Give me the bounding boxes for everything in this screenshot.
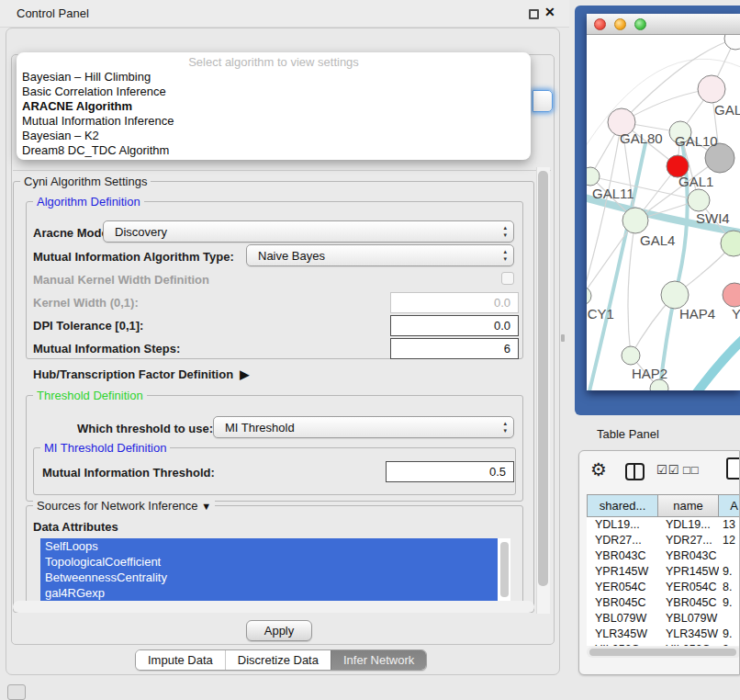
- network-window: GALGAL80GAL10GAL1GAL11GAL4SWI4GCY1HAP4YH…: [587, 14, 740, 390]
- table-row[interactable]: YLR345WYLR345W9.: [587, 627, 740, 642]
- table-row[interactable]: YBR043CYBR043C: [587, 548, 740, 564]
- mi-threshold-field[interactable]: 0.5: [386, 461, 514, 482]
- table-cell: YIL052C: [658, 642, 719, 646]
- table-cell: YBL079W: [658, 611, 719, 627]
- data-attributes-list[interactable]: SelfLoopsTopologicalCoefficientBetweenne…: [40, 538, 510, 603]
- table-cell: YBL079W: [587, 611, 658, 627]
- aracne-mode-select[interactable]: Discovery ▴▾: [103, 220, 514, 243]
- table-horizontal-scrollbar[interactable]: [587, 647, 740, 658]
- data-attribute-option[interactable]: TopologicalCoefficient: [40, 554, 498, 570]
- panel-splitter[interactable]: [561, 334, 565, 342]
- mi-type-select[interactable]: Naive Bayes ▴▾: [246, 244, 514, 266]
- zoom-traffic-light-icon[interactable]: [634, 18, 646, 30]
- group-title: Algorithm Definition: [33, 195, 144, 209]
- table-row[interactable]: YDL19...YDL19...13: [587, 517, 740, 533]
- table-row[interactable]: YIL052CYIL052C9.: [587, 642, 740, 646]
- algorithm-option[interactable]: Dream8 DC_TDC Algorithm: [22, 143, 525, 158]
- network-node-y[interactable]: [723, 283, 740, 307]
- network-node-hap2[interactable]: [622, 346, 640, 365]
- network-node-gal4[interactable]: [622, 208, 648, 233]
- expand-right-icon: ▶: [240, 367, 249, 381]
- select-all-icon[interactable]: ☑☑: [656, 463, 679, 477]
- group-title: Threshold Definition: [33, 389, 147, 402]
- network-node[interactable]: [724, 35, 740, 50]
- table-row[interactable]: YDR27...YDR27...12: [587, 533, 740, 548]
- minimize-traffic-light-icon[interactable]: [614, 18, 626, 30]
- data-attributes-label: Data Attributes: [33, 520, 118, 534]
- apply-button[interactable]: Apply: [246, 620, 312, 641]
- table-cell: YBR045C: [658, 595, 719, 611]
- tab-label: Infer Network: [343, 653, 414, 667]
- network-window-titlebar[interactable]: [587, 14, 740, 35]
- algorithm-option[interactable]: Bayesian – Hill Climbing: [22, 70, 525, 85]
- network-node-hap4[interactable]: [661, 281, 689, 309]
- table-cell: 13: [719, 517, 740, 533]
- algorithm-option[interactable]: Bayesian – K2: [22, 129, 525, 143]
- algorithm-select-fragment[interactable]: [533, 90, 553, 112]
- table-cell: YLR345W: [658, 627, 719, 642]
- node-label: HAP2: [632, 366, 667, 381]
- network-graph: GALGAL80GAL10GAL1GAL11GAL4SWI4GCY1HAP4YH…: [587, 35, 740, 390]
- close-icon[interactable]: ✕: [544, 5, 555, 19]
- network-node-swi4[interactable]: [721, 231, 740, 256]
- tab-discretize-data[interactable]: Discretize Data: [225, 650, 331, 670]
- table-cell: YDR27...: [587, 533, 658, 548]
- dpi-tolerance-field[interactable]: 0.0: [390, 315, 519, 336]
- gear-icon[interactable]: ⚙: [590, 458, 607, 480]
- document-icon[interactable]: [726, 457, 740, 480]
- tab-infer-network[interactable]: Infer Network: [331, 650, 426, 670]
- node-label: HAP4: [679, 306, 715, 322]
- table-cell: YIL052C: [587, 642, 658, 646]
- scrollbar-thumb[interactable]: [589, 649, 736, 656]
- table-panel: ⚙ ☑☑ □□ shared... name A YDL19...YDL19..…: [578, 450, 740, 675]
- table-cell: 9.: [719, 595, 740, 611]
- group-title: MI Threshold Definition: [40, 441, 170, 455]
- chevron-updown-icon: ▴▾: [503, 224, 507, 239]
- table-cell: YPR145W: [658, 564, 719, 580]
- column-header[interactable]: shared...: [587, 494, 658, 517]
- table-cell: YPR145W: [587, 564, 658, 580]
- sources-toggle[interactable]: Sources for Network Inference ▼: [33, 499, 215, 513]
- columns-icon[interactable]: [625, 463, 645, 480]
- panel-grip[interactable]: [7, 684, 26, 700]
- table-cell: YLR345W: [587, 627, 658, 642]
- table-row[interactable]: YBL079WYBL079W: [587, 611, 740, 627]
- column-header[interactable]: A: [719, 494, 740, 517]
- column-header[interactable]: name: [658, 494, 719, 517]
- manual-kernel-checkbox[interactable]: [501, 272, 514, 285]
- hub-definition-toggle[interactable]: Hub/Transcription Factor Definition ▶: [33, 367, 249, 381]
- dropdown-placeholder: Select algorithm to view settings: [17, 55, 531, 69]
- close-traffic-light-icon[interactable]: [594, 18, 606, 30]
- group-title: Cyni Algorithm Settings: [20, 175, 151, 188]
- network-node-gcy1[interactable]: [587, 287, 591, 305]
- scrollbar-thumb[interactable]: [538, 171, 548, 586]
- network-node-gal1[interactable]: [688, 189, 710, 211]
- aracne-mode-label: Aracne Mode:: [33, 226, 112, 240]
- algorithm-option[interactable]: ARACNE Algorithm: [22, 99, 525, 114]
- kernel-width-field[interactable]: 0.0: [390, 292, 519, 313]
- table-row[interactable]: YPR145WYPR145W9.: [587, 564, 740, 580]
- deselect-all-icon[interactable]: □□: [683, 463, 700, 477]
- which-threshold-select[interactable]: MI Threshold ▴▾: [213, 416, 514, 438]
- data-attribute-option[interactable]: BetweennessCentrality: [40, 570, 498, 585]
- table-row[interactable]: YER054CYER054C8.: [587, 580, 740, 595]
- chevron-updown-icon: ▴▾: [503, 420, 507, 435]
- tab-label: Discretize Data: [238, 653, 319, 667]
- node-label: GAL: [714, 102, 740, 118]
- data-attribute-option[interactable]: gal4RGexp: [40, 585, 498, 601]
- network-node-gal[interactable]: [698, 75, 725, 103]
- tab-label: Impute Data: [148, 653, 213, 667]
- algorithm-option[interactable]: Mutual Information Inference: [22, 114, 525, 129]
- horizontal-scrollbar[interactable]: [13, 601, 534, 613]
- algorithm-option[interactable]: Basic Correlation Inference: [22, 85, 525, 99]
- tab-impute-data[interactable]: Impute Data: [136, 650, 225, 670]
- mi-steps-field[interactable]: 6: [390, 338, 519, 359]
- list-scrollbar[interactable]: [500, 542, 509, 597]
- divider: [13, 170, 551, 171]
- data-attribute-option[interactable]: SelfLoops: [40, 538, 498, 554]
- network-edge: [628, 220, 635, 356]
- network-canvas[interactable]: GALGAL80GAL10GAL1GAL11GAL4SWI4GCY1HAP4YH…: [587, 35, 740, 390]
- table-row[interactable]: YBR045CYBR045C9.: [587, 595, 740, 611]
- manual-kernel-label: Manual Kernel Width Definition: [33, 273, 209, 287]
- float-window-icon[interactable]: [529, 9, 539, 19]
